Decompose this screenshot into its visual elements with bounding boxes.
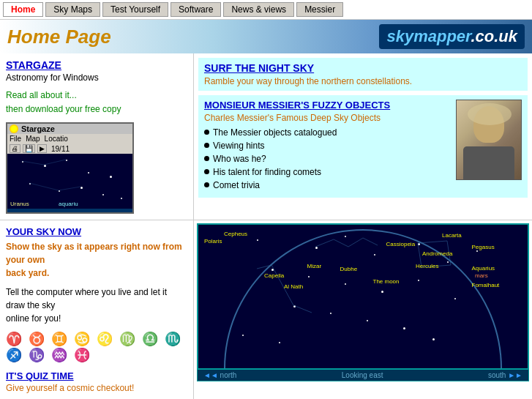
star-map-column: Cepheus Lacarta Cassiopeia Andromeda Peg… — [194, 220, 532, 399]
nav-news-views[interactable]: News & views — [223, 2, 294, 17]
map-footer: north Looking east south — [197, 370, 529, 381]
sky-now-link[interactable]: YOUR SKY NOW — [6, 226, 81, 237]
list-item[interactable]: Viewing hints — [204, 141, 450, 151]
night-sky-map[interactable]: Cepheus Lacarta Cassiopeia Andromeda Peg… — [197, 223, 529, 370]
list-item[interactable]: Who was he? — [204, 154, 450, 164]
svg-line-3 — [59, 187, 80, 190]
east-direction: Looking east — [342, 371, 383, 379]
pegasus-label: Pegasus — [472, 244, 495, 250]
south-arrow-icon — [508, 371, 522, 379]
navigation-bar: Home Sky Maps Test Yourself Software New… — [0, 0, 532, 20]
nav-test-yourself[interactable]: Test Yourself — [102, 2, 168, 17]
dubhe-label: Dubhe — [340, 266, 358, 272]
stargaze-link[interactable]: STARGAZE — [6, 59, 61, 71]
bullet — [204, 143, 209, 148]
north-direction: north — [203, 371, 236, 379]
alnath-label: Al Nath — [284, 283, 303, 290]
svg-line-11 — [418, 241, 447, 243]
nav-home[interactable]: Home — [3, 2, 43, 17]
list-item[interactable]: Comet trivia — [204, 180, 450, 190]
uranus-label: Uranus — [10, 201, 29, 207]
moon-label: The moon — [373, 278, 400, 285]
andromeda-label: Andromeda — [422, 250, 452, 257]
logo-domain: .co.uk — [471, 27, 517, 45]
stargaze-app-title: Stargaze — [21, 124, 55, 133]
surf-link[interactable]: SURF THE NIGHT SKY — [204, 62, 314, 74]
menu-map[interactable]: Map — [26, 135, 40, 143]
toolbar-date: 19/11 — [51, 145, 70, 153]
bullet — [204, 182, 209, 187]
mizar-label: Mizar — [307, 263, 322, 269]
sky-now-description: Show the sky as it appears right now fro… — [6, 240, 187, 280]
aquarius-label: aquariu — [59, 201, 78, 207]
messier-content: MONSIEUR MESSIER'S FUZZY OBJECTS Charles… — [204, 100, 450, 193]
mars-label: mars — [475, 272, 488, 279]
messier-subtitle: Charles Messier's Famous Deep Sky Object… — [204, 113, 450, 123]
svg-line-4 — [315, 239, 334, 247]
surf-section: SURF THE NIGHT SKY Ramble your way throu… — [198, 58, 528, 91]
stargaze-menu-bar: File Map Locatio — [7, 134, 132, 143]
right-column: SURF THE NIGHT SKY Ramble your way throu… — [194, 53, 532, 220]
surf-subtitle: Ramble your way through the northern con… — [204, 76, 522, 86]
nav-messier[interactable]: Messier — [296, 2, 343, 17]
north-arrow-icon — [203, 371, 218, 379]
stargaze-subtitle: Astronomy for Windows — [6, 72, 187, 83]
fomalhaut-label: Fomalhaut — [472, 282, 500, 288]
svg-line-7 — [363, 238, 378, 245]
toolbar-print-icon[interactable]: 🖨 — [10, 144, 20, 153]
bullet — [204, 156, 209, 161]
nav-software[interactable]: Software — [171, 2, 221, 17]
lacarta-label: Lacarta — [442, 232, 462, 239]
svg-line-6 — [348, 238, 363, 247]
page-title: Home Page — [7, 26, 111, 48]
quiz-subtitle: Give yourself a cosmic checkout! — [6, 383, 187, 393]
bottom-section: YOUR SKY NOW Show the sky as it appears … — [0, 220, 532, 399]
cepheus-label: Cepheus — [224, 231, 247, 237]
capella-label: Capella — [264, 272, 284, 279]
messier-portrait — [456, 100, 522, 180]
site-logo[interactable]: skymapper.co.uk — [379, 24, 525, 49]
messier-list: The Messier objects catalogued Viewing h… — [204, 127, 450, 190]
hercules-label: Hercules — [416, 263, 439, 269]
aquarius-sky-label: Aquarius — [472, 265, 495, 272]
main-content: STARGAZE Astronomy for Windows Read all … — [0, 53, 532, 220]
list-item[interactable]: The Messier objects catalogued — [204, 127, 450, 138]
messier-section: MONSIEUR MESSIER'S FUZZY OBJECTS Charles… — [198, 95, 528, 198]
zodiac-symbols: ♈ ♉ ♊ ♋ ♌ ♍ ♎ ♏ ♐ ♑ ♒ ♓ — [6, 331, 187, 363]
messier-link[interactable]: MONSIEUR MESSIER'S FUZZY OBJECTS — [204, 100, 390, 111]
list-item[interactable]: His talent for finding comets — [204, 167, 450, 177]
location-info: Leeds, UK looking north 11:00 pm 19 Nov … — [7, 209, 132, 214]
south-direction: south — [488, 371, 522, 379]
stargaze-star-map: Uranus aquariu — [7, 154, 132, 209]
svg-line-8 — [257, 265, 271, 269]
stargaze-screenshot: Stargaze File Map Locatio 🖨 💾 ▶ 19/11 — [6, 122, 134, 214]
polaris-label: Polaris — [204, 238, 222, 245]
left-column: STARGAZE Astronomy for Windows Read all … — [0, 53, 194, 220]
bullet — [204, 169, 209, 174]
sky-now-column: YOUR SKY NOW Show the sky as it appears … — [0, 220, 194, 399]
quiz-link[interactable]: IT'S QUIZ TIME — [6, 370, 187, 381]
nav-sky-maps[interactable]: Sky Maps — [45, 2, 100, 17]
bullet — [204, 130, 209, 135]
sky-map-inner: Cepheus Lacarta Cassiopeia Andromeda Peg… — [198, 225, 528, 368]
cassiopeia-label: Cassiopeia — [386, 241, 416, 247]
svg-line-1 — [44, 160, 66, 165]
svg-line-0 — [22, 161, 44, 165]
page-header: Home Page skymapper.co.uk — [0, 20, 532, 53]
stargaze-read: Read all about it... then download your … — [6, 89, 187, 116]
svg-line-2 — [29, 183, 59, 190]
svg-line-10 — [293, 305, 312, 313]
stargaze-toolbar: 🖨 💾 ▶ 19/11 — [7, 143, 132, 154]
toolbar-save-icon[interactable]: 💾 — [23, 144, 35, 153]
toolbar-play-icon[interactable]: ▶ — [37, 144, 47, 153]
svg-line-5 — [334, 239, 348, 247]
sky-now-text: Tell the computer where you live and let… — [6, 286, 187, 325]
logo-text: skymapper — [386, 27, 471, 45]
menu-location[interactable]: Locatio — [45, 135, 68, 143]
menu-file[interactable]: File — [10, 135, 21, 143]
stargaze-app-icon — [10, 124, 18, 133]
